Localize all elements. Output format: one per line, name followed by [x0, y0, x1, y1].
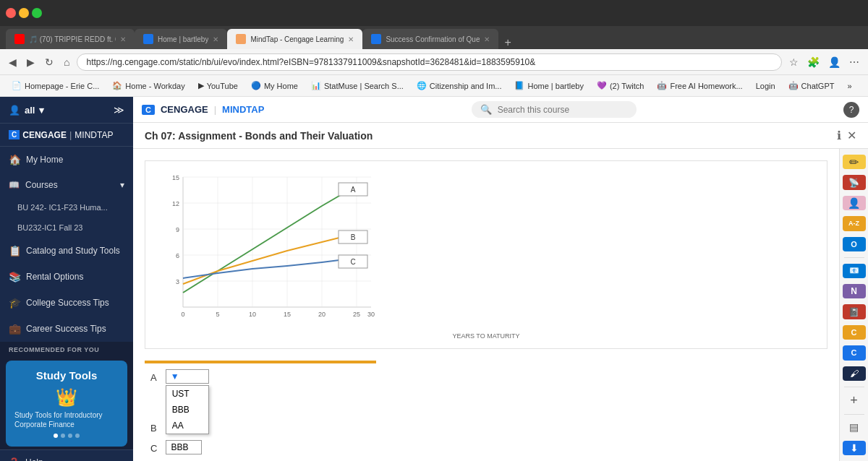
c-blue-toolbar-btn[interactable]: C	[843, 345, 866, 360]
plus-toolbar-btn[interactable]: +	[843, 393, 866, 408]
c-orange-toolbar-btn[interactable]: C	[843, 325, 866, 340]
tab-close-youtube[interactable]: ✕	[120, 35, 126, 43]
bookmark-statmuse[interactable]: 📊 StatMuse | Search S...	[305, 79, 409, 92]
tab-success[interactable]: Success Confirmation of Questi... ✕	[362, 29, 498, 49]
maximize-window-btn[interactable]	[32, 8, 42, 18]
cengage-logo-badge: C	[9, 130, 20, 139]
bookmark-more[interactable]: »	[841, 80, 857, 92]
layers-toolbar-btn[interactable]: ▤	[843, 420, 866, 434]
dropdown-a-option-ust[interactable]: UST	[166, 386, 208, 402]
new-tab-button[interactable]: +	[498, 36, 516, 49]
download-toolbar-btn[interactable]: ⬇	[843, 441, 866, 455]
bookmark-label-bartleby2: Home | bartleby	[527, 82, 583, 90]
tab-favicon-bartleby	[143, 34, 153, 44]
study-tools-card[interactable]: Study Tools 👑 Study Tools for Introducto…	[6, 361, 127, 447]
dropdown-c-button[interactable]: BBB	[166, 440, 202, 454]
tab-favicon-success	[371, 34, 381, 44]
bookmark-label-login: Login	[756, 82, 775, 90]
close-window-btn[interactable]	[6, 8, 16, 18]
study-tools-icon: 👑	[14, 387, 119, 408]
bookmark-bartleby2[interactable]: 📘 Home | bartleby	[509, 79, 589, 92]
sidebar-item-catalog[interactable]: 📋 Catalog and Study Tools	[0, 238, 133, 264]
courses-icon: 📖	[9, 180, 20, 190]
forward-button[interactable]: ▶	[24, 55, 38, 69]
bookmark-youtube[interactable]: ▶ YouTube	[192, 79, 244, 92]
assignment-info-button[interactable]: ℹ	[837, 129, 841, 142]
sidebar-footer: ❓ Help 💬 Give Feedback	[0, 449, 133, 461]
bookmark-twitch[interactable]: 💜 (2) Twitch	[591, 79, 650, 92]
bookmark-favicon-chatgpt: 🤖	[788, 81, 799, 90]
bookmark-more-icon: »	[847, 82, 851, 90]
dropdown-a-option-bbb[interactable]: BBB	[166, 402, 208, 418]
tab-label-success: Success Confirmation of Questi...	[386, 35, 480, 43]
question-row-b: B UST	[150, 420, 822, 434]
menu-icon[interactable]: ⋯	[846, 55, 862, 69]
rss-toolbar-btn[interactable]: 📡	[843, 175, 866, 189]
back-button[interactable]: ◀	[6, 55, 20, 69]
refresh-button[interactable]: ↻	[42, 55, 56, 69]
assignment-close-button[interactable]: ✕	[847, 129, 856, 142]
svg-text:25: 25	[353, 311, 360, 318]
sidebar-label-rental: Rental Options	[26, 272, 83, 282]
dropdown-a-option-aa[interactable]: AA	[166, 418, 208, 434]
sidebar-item-course2[interactable]: BU232-IC1 Fall 23	[0, 217, 133, 238]
mindtap-help-button[interactable]: ?	[843, 102, 859, 118]
toolbar-separator-3	[844, 414, 864, 415]
tab-youtube[interactable]: 🎵 (70) TRIPPIE REDD ft. 6IX9I... ✕	[6, 29, 135, 49]
tab-close-bartleby[interactable]: ✕	[213, 35, 218, 43]
svg-text:15: 15	[284, 311, 291, 318]
bookmark-myhome[interactable]: 🔵 My Home	[245, 79, 304, 92]
sidebar-item-course1[interactable]: BU 242- IC1-F23 Huma...	[0, 197, 133, 217]
sidebar-item-college[interactable]: 🎓 College Success Tips	[0, 290, 133, 316]
bookmark-star-icon[interactable]: ☆	[786, 55, 801, 69]
home-button[interactable]: ⌂	[61, 55, 72, 69]
tab-close-success[interactable]: ✕	[484, 35, 490, 43]
dot-2	[61, 434, 65, 438]
bookmark-chatgpt[interactable]: 🤖 ChatGPT	[783, 79, 841, 92]
sidebar-item-my-home[interactable]: 🏠 My Home	[0, 147, 133, 173]
url-bar[interactable]	[77, 53, 782, 71]
n-toolbar-btn[interactable]: N	[843, 284, 866, 298]
sidebar-user[interactable]: 👤 all ▾	[9, 105, 44, 116]
svg-text:0: 0	[181, 311, 184, 318]
nav-icon-group: ☆ 🧩 👤 ⋯	[786, 55, 862, 69]
extensions-icon[interactable]: 🧩	[804, 55, 822, 69]
sidebar-item-career[interactable]: 💼 Career Success Tips	[0, 316, 133, 342]
person-toolbar-btn[interactable]: 👤	[843, 196, 866, 210]
bookmark-homepage[interactable]: 📄 Homepage - Erie C...	[6, 79, 105, 92]
svg-text:12: 12	[172, 200, 179, 207]
search-input[interactable]	[498, 105, 628, 115]
dropdown-a-button[interactable]: ▼	[166, 369, 209, 384]
sidebar-collapse-button[interactable]: ≫	[114, 104, 124, 116]
tab-bartleby[interactable]: Home | bartleby ✕	[135, 29, 227, 49]
outlook-toolbar-btn[interactable]: 📧	[843, 264, 866, 278]
scrollable-content[interactable]: 15 12 9 6 3 0 5 10 15 20 25 30	[133, 149, 839, 461]
courses-header[interactable]: 📖 Courses ▾	[0, 173, 133, 197]
browser-chrome	[0, 0, 868, 26]
profile-icon[interactable]: 👤	[825, 55, 843, 69]
minimize-window-btn[interactable]	[19, 8, 29, 18]
dropdown-c[interactable]: BBB	[166, 440, 202, 454]
bookmark-citizenship[interactable]: 🌐 Citizenship and Im...	[411, 79, 508, 92]
bookmark-workday[interactable]: 🏠 Home - Workday	[106, 79, 190, 92]
dropdown-a[interactable]: ▼ UST BBB AA	[166, 369, 209, 384]
sidebar-item-rental[interactable]: 📚 Rental Options	[0, 264, 133, 290]
office-toolbar-btn[interactable]: O	[843, 237, 866, 251]
brush-toolbar-btn[interactable]: 🖌	[843, 366, 866, 381]
pencil-toolbar-btn[interactable]: ✏	[843, 155, 866, 169]
bookmark-label-statmuse: StatMuse | Search S...	[324, 82, 404, 90]
svg-text:3: 3	[176, 278, 179, 285]
sidebar-label-my-home: My Home	[26, 155, 63, 165]
bookmark-login[interactable]: Login	[750, 80, 781, 92]
sidebar-item-help[interactable]: ❓ Help	[0, 450, 133, 461]
az-toolbar-btn[interactable]: A-Z	[843, 216, 866, 231]
mindtap-search-bar[interactable]: 🔍	[472, 101, 637, 118]
content-with-toolbar: 15 12 9 6 3 0 5 10 15 20 25 30	[133, 149, 868, 461]
recommended-label: RECOMMENDED FOR YOU	[0, 342, 133, 358]
tab-close-mindtap[interactable]: ✕	[348, 35, 354, 43]
tab-mindtap[interactable]: MindTap - Cengage Learning ✕	[227, 29, 362, 49]
bookmark-label-workday: Home - Workday	[125, 82, 184, 90]
window-controls	[6, 8, 42, 18]
bookmark-ai[interactable]: 🤖 Free AI Homework...	[651, 79, 748, 92]
notebook-toolbar-btn[interactable]: 📓	[843, 304, 866, 319]
